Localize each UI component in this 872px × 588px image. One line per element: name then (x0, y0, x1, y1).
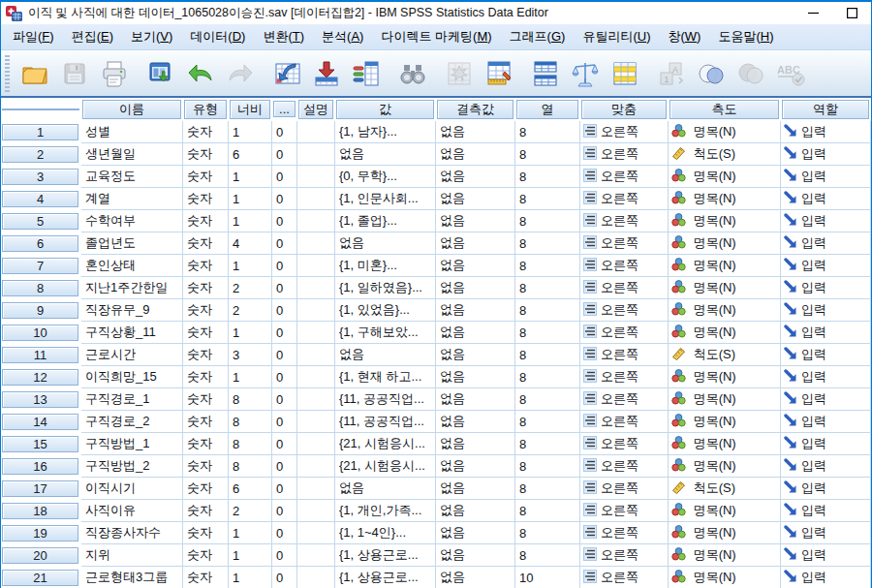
role-cell[interactable]: 입력 (781, 544, 871, 567)
columns-cell[interactable]: 8 (515, 232, 580, 255)
measure-cell[interactable]: 명목(N) (669, 433, 781, 455)
decimals-cell[interactable]: 0 (272, 500, 297, 522)
missing-cell[interactable]: 없음 (436, 188, 515, 210)
width-cell[interactable]: 8 (229, 455, 272, 478)
role-cell[interactable]: 입력 (781, 188, 871, 210)
row-number-cell[interactable]: 3 (1, 166, 81, 188)
row-number-cell[interactable]: 9 (1, 299, 81, 322)
align-cell[interactable]: 오른쪽 (580, 522, 669, 544)
value-labels-button[interactable]: A1 (651, 53, 691, 94)
name-cell[interactable]: 이직시기 (81, 478, 183, 500)
measure-cell[interactable]: 척도(S) (669, 344, 781, 366)
role-cell[interactable]: 입력 (781, 522, 871, 544)
measure-cell[interactable]: 척도(S) (669, 478, 781, 500)
missing-cell[interactable]: 없음 (436, 567, 515, 588)
values-cell[interactable]: {1, 개인,가족... (335, 500, 436, 522)
width-cell[interactable]: 1 (229, 567, 272, 588)
use-variable-sets-button[interactable] (691, 53, 731, 94)
row-number-cell[interactable]: 6 (1, 232, 81, 255)
menu-file[interactable]: 파일(F) (4, 24, 63, 49)
type-cell[interactable]: 숫자 (183, 567, 229, 588)
label-cell[interactable] (297, 322, 335, 344)
measure-cell[interactable]: 명목(N) (669, 544, 781, 567)
missing-cell[interactable]: 없음 (436, 121, 515, 143)
col-header-values[interactable]: 값 (335, 98, 436, 121)
name-cell[interactable]: 교육정도 (81, 166, 183, 188)
show-all-variables-button[interactable] (731, 53, 770, 94)
type-cell[interactable]: 숫자 (183, 322, 229, 344)
maximize-button[interactable] (832, 2, 871, 24)
align-cell[interactable]: 오른쪽 (580, 388, 669, 411)
undo-button[interactable] (180, 53, 220, 94)
name-cell[interactable]: 생년월일 (81, 143, 183, 166)
name-cell[interactable]: 직장유무_9 (81, 299, 183, 322)
measure-cell[interactable]: 명목(N) (669, 210, 781, 232)
type-cell[interactable]: 숫자 (183, 166, 229, 188)
width-cell[interactable]: 1 (229, 210, 272, 232)
measure-cell[interactable]: 명목(N) (669, 299, 781, 322)
label-cell[interactable] (297, 500, 335, 522)
role-cell[interactable]: 입력 (781, 166, 871, 188)
select-cases-button[interactable] (605, 53, 644, 94)
label-cell[interactable] (297, 478, 335, 500)
columns-cell[interactable]: 8 (515, 433, 580, 455)
menu-window[interactable]: 창(W) (659, 24, 709, 49)
row-number-cell[interactable]: 5 (1, 210, 81, 232)
align-cell[interactable]: 오른쪽 (580, 143, 669, 166)
columns-cell[interactable]: 8 (515, 544, 580, 567)
width-cell[interactable]: 1 (229, 322, 272, 344)
name-cell[interactable]: 구직경로_1 (81, 388, 183, 411)
values-cell[interactable]: {1, 인문사회... (335, 188, 436, 210)
col-header-decimals[interactable]: ... (272, 98, 297, 121)
name-cell[interactable]: 근로형태3그룹 (81, 567, 183, 588)
measure-cell[interactable]: 명목(N) (669, 411, 781, 433)
redo-button[interactable] (220, 53, 260, 94)
missing-cell[interactable]: 없음 (436, 210, 515, 232)
width-cell[interactable]: 8 (229, 388, 272, 411)
align-cell[interactable]: 오른쪽 (580, 232, 669, 255)
menu-view[interactable]: 보기(V) (122, 24, 181, 49)
name-cell[interactable]: 구직경로_2 (81, 411, 183, 433)
measure-cell[interactable]: 명목(N) (669, 366, 781, 388)
columns-cell[interactable]: 8 (515, 500, 580, 522)
missing-cell[interactable]: 없음 (436, 388, 515, 411)
label-cell[interactable] (297, 277, 335, 299)
recall-dialogs-button[interactable] (140, 53, 180, 94)
row-number-cell[interactable]: 16 (1, 455, 81, 478)
measure-cell[interactable]: 명목(N) (669, 166, 781, 188)
label-cell[interactable] (297, 366, 335, 388)
row-number-cell[interactable]: 2 (1, 143, 81, 166)
missing-cell[interactable]: 없음 (436, 411, 515, 433)
col-header-role[interactable]: 역할 (781, 98, 871, 121)
width-cell[interactable]: 2 (229, 500, 272, 522)
type-cell[interactable]: 숫자 (183, 255, 229, 277)
insert-cases-button[interactable] (439, 53, 479, 94)
label-cell[interactable] (297, 411, 335, 433)
menu-data[interactable]: 데이터(D) (181, 24, 254, 49)
menu-graphs[interactable]: 그래프(G) (501, 24, 575, 49)
variables-button[interactable] (346, 53, 386, 94)
name-cell[interactable]: 근로시간 (81, 344, 183, 366)
columns-cell[interactable]: 8 (515, 322, 580, 344)
row-number-cell[interactable]: 1 (1, 121, 81, 143)
label-cell[interactable] (297, 544, 335, 567)
measure-cell[interactable]: 명목(N) (669, 277, 781, 299)
decimals-cell[interactable]: 0 (272, 344, 297, 366)
align-cell[interactable]: 오른쪽 (580, 455, 669, 478)
decimals-cell[interactable]: 0 (272, 544, 297, 567)
role-cell[interactable]: 입력 (781, 121, 871, 143)
missing-cell[interactable]: 없음 (436, 277, 515, 299)
row-number-cell[interactable]: 12 (1, 366, 81, 388)
values-cell[interactable]: 없음 (335, 478, 436, 500)
measure-cell[interactable]: 명목(N) (669, 522, 781, 544)
align-cell[interactable]: 오른쪽 (580, 500, 669, 522)
values-cell[interactable]: {11, 공공직업... (335, 388, 436, 411)
label-cell[interactable] (297, 255, 335, 277)
align-cell[interactable]: 오른쪽 (580, 188, 669, 210)
row-number-cell[interactable]: 21 (1, 567, 81, 588)
label-cell[interactable] (297, 299, 335, 322)
width-cell[interactable]: 1 (229, 522, 272, 544)
col-header-measure[interactable]: 측도 (669, 98, 781, 121)
menu-direct-marketing[interactable]: 다이렉트 마케팅(M) (372, 24, 500, 49)
width-cell[interactable]: 1 (229, 166, 272, 188)
